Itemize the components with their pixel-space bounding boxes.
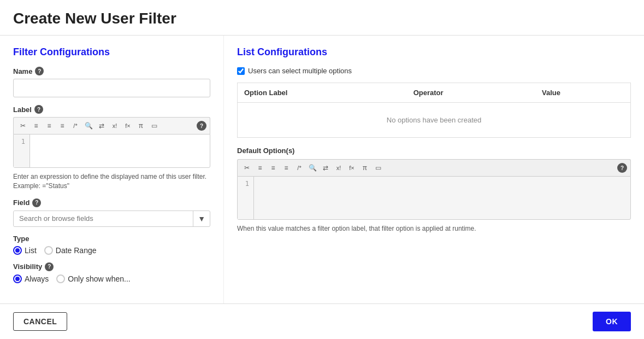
right-toolbar-cut[interactable]: ✂ [241,162,253,174]
name-input[interactable] [13,79,210,97]
right-editor-text-area[interactable] [254,177,630,219]
cancel-button[interactable]: CANCEL [13,312,67,331]
visibility-radio-group: Always Only show when... [13,274,210,283]
runtime-hint: When this value matches a filter option … [237,224,631,233]
visibility-label: Visibility ? [13,262,210,271]
label-help-icon[interactable]: ? [34,105,43,114]
multiple-options-label[interactable]: Users can select multiple options [237,67,631,75]
multiple-options-checkbox[interactable] [237,67,245,75]
toolbar-comment[interactable]: /* [69,120,81,132]
list-configs-title: List Configurations [237,46,631,58]
label-toolbar-help[interactable]: ? [197,121,206,131]
type-label: Type [13,235,210,243]
type-list-option[interactable]: List [13,246,37,255]
name-help-icon[interactable]: ? [35,67,44,75]
right-toolbar-swap[interactable]: ⇄ [320,162,332,174]
left-panel: Filter Configurations Name ? Label ? ✂ ≡… [0,36,224,303]
options-table: Option Label Operator Value No options h… [237,83,631,138]
right-toolbar-align-right[interactable]: ≡ [280,162,292,174]
right-panel: List Configurations Users can select mul… [224,36,644,303]
field-dropdown-arrow[interactable]: ▼ [193,211,210,226]
col-operator: Operator [407,83,535,103]
right-toolbar-factorial[interactable]: x! [333,162,345,174]
type-daterange-radio[interactable] [44,246,53,255]
toolbar-factorial[interactable]: x! [109,120,121,132]
col-option-label: Option Label [238,83,407,103]
toolbar-rect[interactable]: ▭ [148,120,160,132]
visibility-conditional-radio[interactable] [56,274,65,283]
label-editor-toolbar: ✂ ≡ ≡ ≡ /* 🔍 ⇄ x! f× π ▭ ? [13,117,210,134]
toolbar-align-right[interactable]: ≡ [56,120,68,132]
toolbar-function[interactable]: f× [122,120,134,132]
field-search-container: ▼ [13,211,210,227]
field-label: Field ? [13,198,210,207]
toolbar-search[interactable]: 🔍 [82,120,94,132]
right-toolbar-search[interactable]: 🔍 [306,162,318,174]
ok-button[interactable]: OK [593,312,631,331]
filter-configs-title: Filter Configurations [13,46,210,58]
no-options-row: No options have been created [238,103,631,138]
right-editor: 1 [237,176,631,220]
multiple-options-text: Users can select multiple options [248,67,352,75]
type-section: Type List Date Range [13,235,210,255]
visibility-conditional-option[interactable]: Only show when... [56,274,130,283]
label-editor: 1 [13,134,210,168]
right-toolbar-pi[interactable]: π [359,162,371,174]
right-toolbar-align-center[interactable]: ≡ [267,162,279,174]
visibility-always-option[interactable]: Always [13,274,49,283]
right-toolbar-help[interactable]: ? [617,163,627,173]
field-search-input[interactable] [14,211,193,226]
toolbar-pi[interactable]: π [135,120,147,132]
label-label: Label ? [13,105,210,114]
page-title: Create New User Filter [0,0,644,36]
type-list-radio[interactable] [13,246,22,255]
toolbar-align-center[interactable]: ≡ [43,120,55,132]
default-option-title: Default Option(s) [237,147,631,155]
footer: CANCEL OK [0,303,644,339]
label-hint: Enter an expression to define the displa… [13,172,210,191]
visibility-always-radio[interactable] [13,274,22,283]
right-editor-toolbar: ✂ ≡ ≡ ≡ /* 🔍 ⇄ x! f× π ▭ ? [237,159,631,176]
line-numbers: 1 [14,135,30,167]
right-line-numbers: 1 [238,177,254,219]
toolbar-cut[interactable]: ✂ [17,120,29,132]
editor-text-area[interactable] [30,135,210,167]
visibility-section: Visibility ? Always Only show when... [13,262,210,283]
type-daterange-option[interactable]: Date Range [44,246,97,255]
right-toolbar-function[interactable]: f× [346,162,358,174]
right-toolbar-rect[interactable]: ▭ [372,162,384,174]
visibility-help-icon[interactable]: ? [45,262,54,271]
right-toolbar-comment[interactable]: /* [293,162,305,174]
field-help-icon[interactable]: ? [32,198,41,207]
no-options-text: No options have been created [238,103,631,138]
right-toolbar-align-left[interactable]: ≡ [254,162,266,174]
toolbar-align-left[interactable]: ≡ [30,120,42,132]
name-label: Name ? [13,67,210,75]
toolbar-swap[interactable]: ⇄ [96,120,108,132]
type-radio-group: List Date Range [13,246,210,255]
col-value: Value [535,83,630,103]
